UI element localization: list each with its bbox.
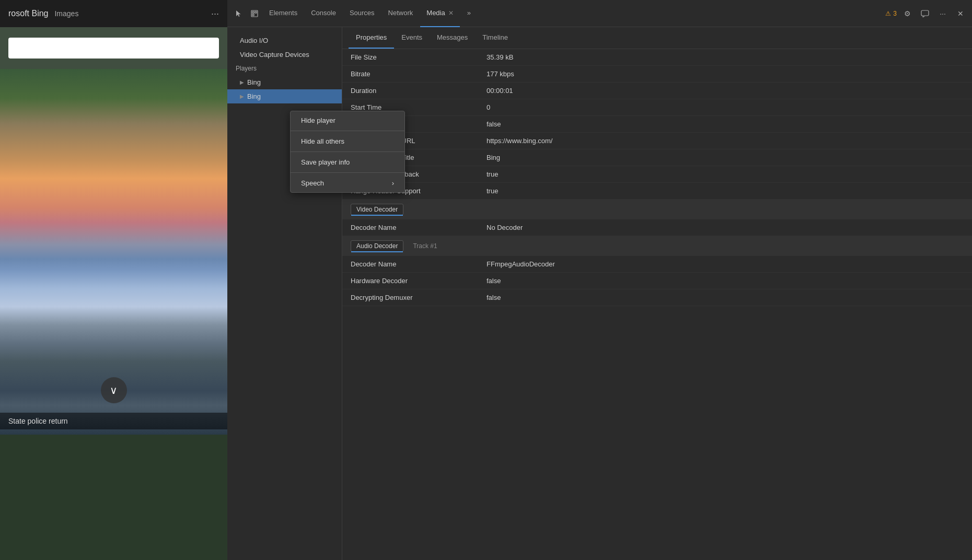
prop-key-hardware-decoder: Hardware Decoder: [351, 277, 487, 285]
tab-more[interactable]: »: [461, 0, 477, 27]
svg-rect-3: [252, 14, 254, 16]
feedback-icon[interactable]: [918, 6, 932, 21]
context-menu-separator-2: [291, 151, 404, 152]
overflow-icon[interactable]: ···: [935, 6, 950, 21]
prop-key-decoder-name-audio: Decoder Name: [351, 260, 487, 268]
context-menu-save-player-info[interactable]: Save player info: [291, 153, 404, 171]
tab-elements[interactable]: Elements: [263, 0, 304, 27]
devtools-main: Properties Events Messages Timeline File…: [342, 27, 972, 560]
prop-row-decrypting-demuxer: Decrypting Demuxer false: [342, 289, 972, 306]
context-menu-hide-all-others[interactable]: Hide all others: [291, 132, 404, 150]
warning-badge[interactable]: ⚠ 3: [885, 10, 897, 17]
sidebar-player-bing2[interactable]: ▶ Bing: [227, 89, 342, 103]
properties-tabs: Properties Events Messages Timeline: [342, 27, 972, 49]
devtools-toolbar: Elements Console Sources Network Media ✕…: [227, 0, 972, 27]
prop-key-starttime: Start Time: [351, 103, 487, 111]
tab-media[interactable]: Media ✕: [420, 0, 459, 27]
devtools-panel: Elements Console Sources Network Media ✕…: [227, 0, 972, 560]
prop-row-playback-url: Playback Frame URL https://www.bing.com/: [342, 133, 972, 149]
browser-images-link[interactable]: Images: [54, 9, 78, 18]
prop-value-duration: 00:00:01: [487, 87, 513, 95]
browser-search-area: [0, 27, 227, 69]
browser-header: rosoft Bing Images ···: [0, 0, 227, 27]
prop-row-bitrate: Bitrate 177 kbps: [342, 66, 972, 83]
prop-row-starttime: Start Time 0: [342, 99, 972, 116]
prop-key-decrypting-demuxer: Decrypting Demuxer: [351, 294, 487, 301]
browser-more-button[interactable]: ···: [211, 8, 219, 19]
prop-row-range-header: Range Header Support true: [342, 183, 972, 200]
prop-key-bitrate: Bitrate: [351, 70, 487, 78]
audio-decoder-section-header: Audio Decoder Track #1: [342, 236, 972, 256]
sidebar-audio-io[interactable]: Audio I/O: [227, 33, 342, 48]
prop-row-filesize: File Size 35.39 kB: [342, 49, 972, 66]
prop-row-decoder-name-audio: Decoder Name FFmpegAudioDecoder: [342, 256, 972, 273]
submenu-arrow-icon: ›: [392, 179, 394, 187]
tab-timeline[interactable]: Timeline: [475, 27, 515, 49]
prop-value-starttime: 0: [487, 103, 490, 111]
svg-rect-4: [921, 10, 929, 16]
prop-value-range-header: true: [487, 187, 498, 195]
prop-value-streaming: false: [487, 120, 501, 128]
tab-sources[interactable]: Sources: [343, 0, 381, 27]
prop-value-filesize: 35.39 kB: [487, 53, 513, 61]
prop-value-decrypting-demuxer: false: [487, 294, 501, 301]
sidebar-video-capture[interactable]: Video Capture Devices: [227, 48, 342, 62]
tab-media-close[interactable]: ✕: [448, 9, 454, 17]
svg-rect-2: [255, 11, 257, 13]
arrow-icon: ▶: [240, 79, 244, 85]
tab-console[interactable]: Console: [305, 0, 342, 27]
close-devtools-icon[interactable]: ✕: [953, 6, 968, 21]
inspect-icon[interactable]: [247, 6, 262, 21]
prop-row-streaming: Streaming false: [342, 116, 972, 133]
prop-value-hardware-decoder: false: [487, 277, 501, 285]
sidebar-player-bing1[interactable]: ▶ Bing: [227, 75, 342, 89]
prop-row-decoder-name-video: Decoder Name No Decoder: [342, 219, 972, 236]
cursor-icon[interactable]: [232, 6, 246, 21]
tab-network[interactable]: Network: [382, 0, 420, 27]
prop-value-decoder-name-audio: FFmpegAudioDecoder: [487, 260, 555, 268]
warning-icon: ⚠: [885, 10, 891, 17]
prop-row-duration: Duration 00:00:01: [342, 83, 972, 99]
track-badge[interactable]: Track #1: [408, 241, 442, 251]
tab-properties[interactable]: Properties: [349, 27, 394, 49]
context-menu-separator-3: [291, 172, 404, 173]
prop-row-playback-title: Playback Frame Title Bing: [342, 149, 972, 166]
devtools-sidebar: Audio I/O Video Capture Devices Players …: [227, 27, 342, 560]
toolbar-right: ⚠ 3 ⚙ ··· ✕: [885, 6, 968, 21]
prop-value-playback-title: Bing: [487, 154, 500, 161]
devtools-body: Audio I/O Video Capture Devices Players …: [227, 27, 972, 560]
prop-value-single-origin: true: [487, 170, 498, 178]
prop-value-decoder-name-video: No Decoder: [487, 224, 523, 231]
sidebar-players-label: Players: [227, 62, 342, 75]
search-box[interactable]: [8, 38, 219, 59]
prop-value-playback-url: https://www.bing.com/: [487, 137, 552, 145]
prop-value-bitrate: 177 kbps: [487, 70, 514, 78]
browser-caption: State police return: [0, 413, 227, 429]
context-menu: Hide player Hide all others Save player …: [290, 111, 405, 193]
browser-title: rosoft Bing: [8, 9, 48, 18]
svg-rect-1: [252, 11, 254, 13]
tab-events[interactable]: Events: [394, 27, 430, 49]
browser-image: ∨ State police return: [0, 69, 227, 435]
context-menu-speech[interactable]: Speech ›: [291, 174, 404, 192]
warning-count: 3: [893, 10, 897, 17]
context-menu-separator-1: [291, 131, 404, 131]
tab-messages[interactable]: Messages: [430, 27, 475, 49]
settings-icon[interactable]: ⚙: [900, 6, 915, 21]
context-menu-hide-player[interactable]: Hide player: [291, 111, 404, 130]
prop-key-decoder-name-video: Decoder Name: [351, 224, 487, 231]
prop-key-duration: Duration: [351, 87, 487, 95]
video-decoder-section-header: Video Decoder: [342, 200, 972, 219]
prop-key-filesize: File Size: [351, 53, 487, 61]
browser-panel: rosoft Bing Images ··· ∨ State police re…: [0, 0, 227, 560]
audio-decoder-badge[interactable]: Audio Decoder: [351, 240, 403, 252]
prop-row-single-origin: Single Origin Playback true: [342, 166, 972, 183]
video-decoder-badge[interactable]: Video Decoder: [351, 204, 403, 215]
prop-row-hardware-decoder: Hardware Decoder false: [342, 273, 972, 289]
scroll-down-button[interactable]: ∨: [101, 377, 127, 403]
properties-table: File Size 35.39 kB Bitrate 177 kbps Dura…: [342, 49, 972, 560]
arrow-icon: ▶: [240, 94, 244, 99]
